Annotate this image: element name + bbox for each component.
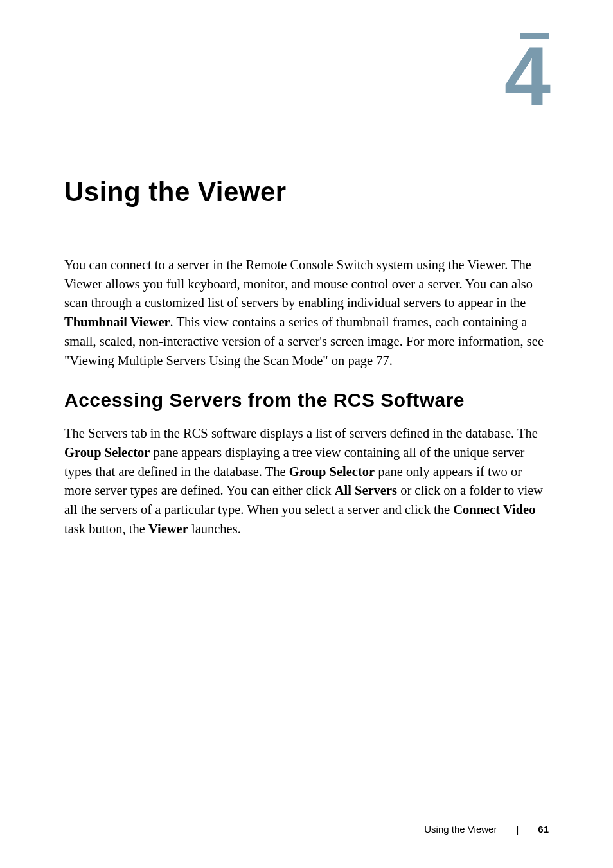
section-heading: Accessing Servers from the RCS Software [64, 389, 549, 411]
chapter-title: Using the Viewer [64, 177, 549, 208]
section-bold-group-selector-2: Group Selector [289, 465, 375, 479]
section-text-part6: launches. [188, 522, 241, 536]
page-footer: Using the Viewer | 61 [424, 824, 549, 835]
section-text-part1: The Servers tab in the RCS software disp… [64, 426, 538, 440]
footer-title: Using the Viewer [424, 824, 497, 835]
document-page: 4 Using the Viewer You can connect to a … [0, 0, 613, 868]
intro-paragraph: You can connect to a server in the Remot… [64, 256, 549, 370]
chapter-number: 4 [504, 40, 549, 112]
section-text-part5: task button, the [64, 522, 148, 536]
section-paragraph: The Servers tab in the RCS software disp… [64, 424, 549, 538]
footer-page-number: 61 [538, 824, 549, 835]
chapter-number-block: 4 [504, 33, 549, 112]
section-bold-group-selector-1: Group Selector [64, 445, 150, 459]
section-bold-connect-video: Connect Video [453, 502, 535, 517]
intro-bold-thumbnail-viewer: Thumbnail Viewer [64, 315, 170, 329]
section-bold-all-servers: All Servers [335, 483, 397, 497]
footer-separator: | [516, 824, 519, 835]
section-bold-viewer: Viewer [148, 522, 188, 536]
intro-text-part1: You can connect to a server in the Remot… [64, 258, 533, 310]
